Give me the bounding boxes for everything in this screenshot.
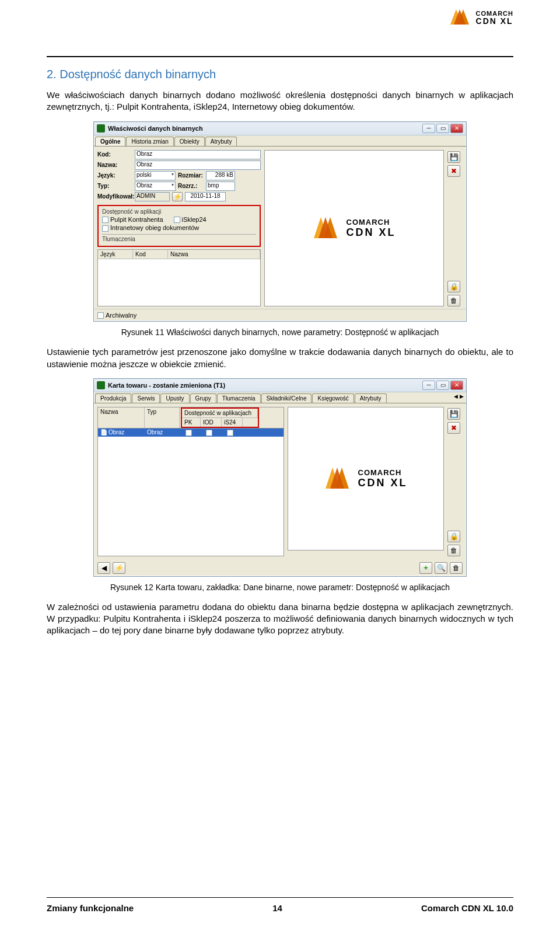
col-iod: IOD	[201, 418, 222, 427]
tab-produkcja[interactable]: Produkcja	[95, 393, 131, 403]
checkbox-isklep[interactable]: iSklep24	[174, 216, 206, 224]
screenshot-window-properties: Właściwości danych binarnych ─ ▭ ✕ Ogóln…	[93, 121, 467, 322]
tab-scroll-icon[interactable]: ◀ ▶	[452, 393, 466, 403]
caption-fig11: Rysunek 11 Właściwości danych binarnych,…	[47, 327, 513, 337]
label-jezyk: Język:	[97, 172, 132, 179]
search-icon[interactable]: 🔍	[435, 562, 447, 574]
value-rozrz: bmp	[206, 182, 235, 191]
col-is24: iS24	[222, 418, 243, 427]
tab-atrybuty2[interactable]: Atrybuty	[355, 393, 387, 403]
tab-serwis[interactable]: Serwis	[132, 393, 160, 403]
window-title: Właściwości danych binarnych	[108, 125, 419, 132]
preview-product-2: CDN XL	[358, 477, 408, 489]
lock-icon[interactable]: 🔒	[447, 281, 460, 292]
bolt-icon[interactable]: ⚡	[113, 562, 125, 574]
app-icon	[97, 124, 105, 133]
image-preview-2: COMARCH CDN XL	[288, 407, 444, 550]
highlight-dost-cols: Dostępność w aplikacjach PK IOD iS24	[181, 407, 259, 428]
tab-grupy[interactable]: Grupy	[190, 393, 216, 403]
paragraph-3: W zależności od ustawienia parametru dod…	[47, 601, 513, 637]
maximize-button[interactable]: ▭	[436, 124, 449, 133]
tab-obiekty[interactable]: Obiekty	[174, 137, 205, 146]
group-title-tlumaczenia: Tłumaczenia	[102, 234, 256, 242]
footer-page-number: 14	[272, 903, 282, 913]
input-kod[interactable]: Obraz	[135, 150, 261, 159]
header-rule	[47, 56, 513, 57]
preview-logo-icon	[324, 465, 354, 492]
close-button[interactable]: ✕	[450, 124, 463, 133]
image-preview: COMARCH CDN XL	[264, 150, 444, 306]
save-icon[interactable]: 💾	[447, 151, 460, 163]
checkbox-pulpit[interactable]: Pulpit Kontrahenta	[102, 216, 163, 224]
app-icon	[97, 381, 105, 389]
lock-icon[interactable]: 🔒	[447, 531, 460, 542]
value-rozmiar: 288 kB	[206, 171, 235, 180]
page-footer: Zmiany funkcjonalne 14 Comarch CDN XL 10…	[47, 903, 513, 913]
trash-icon[interactable]: 🗑	[447, 545, 460, 556]
checkbox-iod-row[interactable]	[206, 430, 212, 436]
brand-name: COMARCH	[476, 11, 513, 17]
checkbox-is24-row[interactable]	[227, 430, 233, 436]
value-mod-date: 2010-11-18	[185, 192, 226, 201]
delete-icon[interactable]: 🗑	[447, 295, 460, 306]
tab-historia[interactable]: Historia zmian	[126, 137, 173, 146]
tab-ksiegowosc[interactable]: Księgowość	[312, 393, 354, 403]
footer-right: Comarch CDN XL 10.0	[421, 903, 513, 913]
footer-left: Zmiany funkcjonalne	[47, 903, 134, 913]
grid-tlumaczenia[interactable]: Język Kod Nazwa	[97, 249, 261, 306]
paragraph-2: Ustawienie tych parametrów jest przenosz…	[47, 346, 513, 370]
tab-skladniki[interactable]: Składniki/Celne	[261, 393, 312, 403]
add-icon[interactable]: ＋	[419, 562, 432, 574]
preview-brand: COMARCH	[346, 218, 396, 226]
minimize-button[interactable]: ─	[422, 124, 435, 133]
value-mod-user: ADMIN	[135, 192, 170, 201]
highlight-dostepnosc: Dostępność w aplikacji Pulpit Kontrahent…	[97, 205, 261, 247]
tab-ogolne[interactable]: Ogólne	[95, 137, 125, 146]
label-typ: Typ:	[97, 183, 132, 189]
paragraph-1: We właściwościach danych binarnych dodan…	[47, 89, 513, 113]
select-jezyk[interactable]: polski	[135, 171, 176, 180]
col-kod: Kod	[133, 250, 168, 259]
preview-product: CDN XL	[346, 226, 396, 239]
delete-icon[interactable]: 🗑	[450, 562, 463, 574]
col-jezyk: Język	[98, 250, 133, 259]
save-icon[interactable]: 💾	[447, 408, 460, 420]
footer-rule	[47, 897, 513, 898]
minimize-button[interactable]: ─	[422, 381, 435, 390]
checkbox-intranet[interactable]: Intranetowy obieg dokumentów	[102, 224, 199, 231]
checkbox-pk-row[interactable]: ✓	[186, 430, 192, 436]
brand-logo: COMARCH CDN XL	[449, 7, 513, 28]
screenshot-window-karta-towaru: Karta towaru - zostanie zmieniona (T1) ─…	[93, 378, 467, 577]
tab-upusty[interactable]: Upusty	[160, 393, 189, 403]
col-typ: Typ	[145, 407, 180, 428]
window-title-2: Karta towaru - zostanie zmieniona (T1)	[108, 382, 419, 389]
logo-mark-icon	[449, 7, 473, 28]
section-heading: 2. Dostępność danych binarnych	[47, 68, 513, 81]
maximize-button[interactable]: ▭	[436, 381, 449, 390]
brand-product: CDN XL	[476, 17, 513, 25]
tab-atrybuty[interactable]: Atrybuty	[205, 137, 237, 146]
bolt-icon[interactable]: ⚡	[172, 192, 183, 201]
label-nazwa: Nazwa:	[97, 162, 132, 168]
group-title-dostepnosc: Dostępność w aplikacji	[102, 208, 256, 215]
select-typ[interactable]: Obraz	[135, 182, 176, 191]
col-nazwa: Nazwa	[98, 407, 145, 428]
col-pk: PK	[182, 418, 201, 427]
close-button[interactable]: ✕	[450, 381, 463, 390]
nav-left-icon[interactable]: ◀	[97, 562, 110, 574]
caption-fig12: Rysunek 12 Karta towaru, zakładka: Dane …	[47, 583, 513, 592]
label-rozrz: Rozrz.:	[178, 183, 204, 189]
tab-tlumaczenia[interactable]: Tłumaczenia	[217, 393, 261, 403]
label-rozmiar: Rozmiar:	[178, 172, 204, 179]
preview-brand-2: COMARCH	[358, 468, 408, 477]
list-row-obraz[interactable]: 📄 Obraz Obraz ✓	[98, 428, 284, 437]
cancel-icon[interactable]: ✖	[447, 165, 460, 177]
checkbox-archiwalny[interactable]: Archiwalny	[97, 312, 136, 319]
label-kod: Kod:	[97, 151, 132, 158]
input-nazwa[interactable]: Obraz	[135, 161, 261, 170]
label-modyfikowal: Modyfikował:	[97, 193, 132, 200]
col-nazwa: Nazwa	[168, 250, 260, 259]
preview-logo-icon	[313, 215, 342, 242]
cancel-icon[interactable]: ✖	[447, 422, 460, 434]
